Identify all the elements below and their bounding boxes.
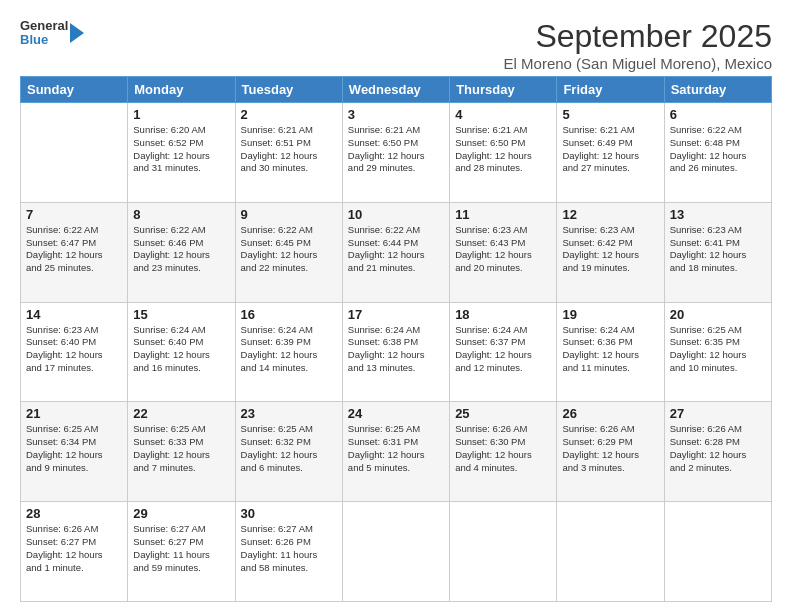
calendar-week-2: 7Sunrise: 6:22 AM Sunset: 6:47 PM Daylig… xyxy=(21,202,772,302)
day-content: Sunrise: 6:20 AM Sunset: 6:52 PM Dayligh… xyxy=(133,124,229,175)
day-content: Sunrise: 6:26 AM Sunset: 6:30 PM Dayligh… xyxy=(455,423,551,474)
day-number: 20 xyxy=(670,307,766,322)
day-number: 7 xyxy=(26,207,122,222)
day-number: 4 xyxy=(455,107,551,122)
calendar-cell xyxy=(450,502,557,602)
calendar-cell: 12Sunrise: 6:23 AM Sunset: 6:42 PM Dayli… xyxy=(557,202,664,302)
day-content: Sunrise: 6:25 AM Sunset: 6:33 PM Dayligh… xyxy=(133,423,229,474)
day-number: 8 xyxy=(133,207,229,222)
day-content: Sunrise: 6:21 AM Sunset: 6:50 PM Dayligh… xyxy=(348,124,444,175)
day-content: Sunrise: 6:22 AM Sunset: 6:45 PM Dayligh… xyxy=(241,224,337,275)
calendar-cell xyxy=(21,103,128,203)
day-content: Sunrise: 6:25 AM Sunset: 6:34 PM Dayligh… xyxy=(26,423,122,474)
header: General Blue September 2025 El Moreno (S… xyxy=(20,18,772,72)
day-number: 6 xyxy=(670,107,766,122)
day-number: 5 xyxy=(562,107,658,122)
day-content: Sunrise: 6:26 AM Sunset: 6:28 PM Dayligh… xyxy=(670,423,766,474)
calendar-cell: 6Sunrise: 6:22 AM Sunset: 6:48 PM Daylig… xyxy=(664,103,771,203)
calendar-cell: 20Sunrise: 6:25 AM Sunset: 6:35 PM Dayli… xyxy=(664,302,771,402)
day-content: Sunrise: 6:24 AM Sunset: 6:36 PM Dayligh… xyxy=(562,324,658,375)
day-number: 21 xyxy=(26,406,122,421)
calendar-body: 1Sunrise: 6:20 AM Sunset: 6:52 PM Daylig… xyxy=(21,103,772,602)
calendar-cell: 28Sunrise: 6:26 AM Sunset: 6:27 PM Dayli… xyxy=(21,502,128,602)
day-number: 3 xyxy=(348,107,444,122)
day-number: 18 xyxy=(455,307,551,322)
day-content: Sunrise: 6:21 AM Sunset: 6:50 PM Dayligh… xyxy=(455,124,551,175)
day-content: Sunrise: 6:25 AM Sunset: 6:32 PM Dayligh… xyxy=(241,423,337,474)
header-tuesday: Tuesday xyxy=(235,77,342,103)
day-number: 15 xyxy=(133,307,229,322)
day-number: 14 xyxy=(26,307,122,322)
calendar-cell: 17Sunrise: 6:24 AM Sunset: 6:38 PM Dayli… xyxy=(342,302,449,402)
day-number: 11 xyxy=(455,207,551,222)
day-content: Sunrise: 6:24 AM Sunset: 6:38 PM Dayligh… xyxy=(348,324,444,375)
day-number: 19 xyxy=(562,307,658,322)
calendar-cell: 4Sunrise: 6:21 AM Sunset: 6:50 PM Daylig… xyxy=(450,103,557,203)
calendar-cell: 2Sunrise: 6:21 AM Sunset: 6:51 PM Daylig… xyxy=(235,103,342,203)
calendar-cell: 11Sunrise: 6:23 AM Sunset: 6:43 PM Dayli… xyxy=(450,202,557,302)
calendar-cell: 30Sunrise: 6:27 AM Sunset: 6:26 PM Dayli… xyxy=(235,502,342,602)
day-number: 17 xyxy=(348,307,444,322)
calendar-cell: 10Sunrise: 6:22 AM Sunset: 6:44 PM Dayli… xyxy=(342,202,449,302)
calendar-cell: 9Sunrise: 6:22 AM Sunset: 6:45 PM Daylig… xyxy=(235,202,342,302)
page: General Blue September 2025 El Moreno (S… xyxy=(0,0,792,612)
calendar-week-5: 28Sunrise: 6:26 AM Sunset: 6:27 PM Dayli… xyxy=(21,502,772,602)
calendar-cell: 29Sunrise: 6:27 AM Sunset: 6:27 PM Dayli… xyxy=(128,502,235,602)
calendar-cell: 25Sunrise: 6:26 AM Sunset: 6:30 PM Dayli… xyxy=(450,402,557,502)
day-content: Sunrise: 6:26 AM Sunset: 6:27 PM Dayligh… xyxy=(26,523,122,574)
calendar-cell: 18Sunrise: 6:24 AM Sunset: 6:37 PM Dayli… xyxy=(450,302,557,402)
day-number: 10 xyxy=(348,207,444,222)
logo-blue-text: Blue xyxy=(20,33,68,47)
calendar-cell: 1Sunrise: 6:20 AM Sunset: 6:52 PM Daylig… xyxy=(128,103,235,203)
day-content: Sunrise: 6:23 AM Sunset: 6:43 PM Dayligh… xyxy=(455,224,551,275)
header-monday: Monday xyxy=(128,77,235,103)
calendar-cell: 7Sunrise: 6:22 AM Sunset: 6:47 PM Daylig… xyxy=(21,202,128,302)
day-number: 26 xyxy=(562,406,658,421)
day-content: Sunrise: 6:21 AM Sunset: 6:49 PM Dayligh… xyxy=(562,124,658,175)
header-sunday: Sunday xyxy=(21,77,128,103)
calendar-cell xyxy=(664,502,771,602)
logo: General Blue xyxy=(20,18,86,48)
day-content: Sunrise: 6:27 AM Sunset: 6:26 PM Dayligh… xyxy=(241,523,337,574)
calendar-week-4: 21Sunrise: 6:25 AM Sunset: 6:34 PM Dayli… xyxy=(21,402,772,502)
day-content: Sunrise: 6:22 AM Sunset: 6:47 PM Dayligh… xyxy=(26,224,122,275)
calendar-cell: 24Sunrise: 6:25 AM Sunset: 6:31 PM Dayli… xyxy=(342,402,449,502)
calendar-cell: 13Sunrise: 6:23 AM Sunset: 6:41 PM Dayli… xyxy=(664,202,771,302)
header-friday: Friday xyxy=(557,77,664,103)
day-content: Sunrise: 6:26 AM Sunset: 6:29 PM Dayligh… xyxy=(562,423,658,474)
day-content: Sunrise: 6:23 AM Sunset: 6:40 PM Dayligh… xyxy=(26,324,122,375)
day-number: 24 xyxy=(348,406,444,421)
calendar-header-row: Sunday Monday Tuesday Wednesday Thursday… xyxy=(21,77,772,103)
calendar-cell: 26Sunrise: 6:26 AM Sunset: 6:29 PM Dayli… xyxy=(557,402,664,502)
day-number: 1 xyxy=(133,107,229,122)
svg-marker-0 xyxy=(70,23,84,43)
calendar-cell: 19Sunrise: 6:24 AM Sunset: 6:36 PM Dayli… xyxy=(557,302,664,402)
day-number: 23 xyxy=(241,406,337,421)
calendar-week-3: 14Sunrise: 6:23 AM Sunset: 6:40 PM Dayli… xyxy=(21,302,772,402)
calendar-cell: 21Sunrise: 6:25 AM Sunset: 6:34 PM Dayli… xyxy=(21,402,128,502)
day-number: 2 xyxy=(241,107,337,122)
day-number: 29 xyxy=(133,506,229,521)
day-number: 30 xyxy=(241,506,337,521)
day-number: 16 xyxy=(241,307,337,322)
day-number: 27 xyxy=(670,406,766,421)
day-number: 13 xyxy=(670,207,766,222)
day-content: Sunrise: 6:23 AM Sunset: 6:41 PM Dayligh… xyxy=(670,224,766,275)
calendar-cell: 3Sunrise: 6:21 AM Sunset: 6:50 PM Daylig… xyxy=(342,103,449,203)
title-section: September 2025 El Moreno (San Miguel Mor… xyxy=(504,18,772,72)
day-content: Sunrise: 6:27 AM Sunset: 6:27 PM Dayligh… xyxy=(133,523,229,574)
calendar-cell: 14Sunrise: 6:23 AM Sunset: 6:40 PM Dayli… xyxy=(21,302,128,402)
day-content: Sunrise: 6:22 AM Sunset: 6:48 PM Dayligh… xyxy=(670,124,766,175)
day-content: Sunrise: 6:25 AM Sunset: 6:31 PM Dayligh… xyxy=(348,423,444,474)
header-saturday: Saturday xyxy=(664,77,771,103)
logo-general-text: General xyxy=(20,19,68,33)
calendar-cell: 8Sunrise: 6:22 AM Sunset: 6:46 PM Daylig… xyxy=(128,202,235,302)
header-wednesday: Wednesday xyxy=(342,77,449,103)
day-content: Sunrise: 6:21 AM Sunset: 6:51 PM Dayligh… xyxy=(241,124,337,175)
calendar-cell: 23Sunrise: 6:25 AM Sunset: 6:32 PM Dayli… xyxy=(235,402,342,502)
calendar-cell xyxy=(557,502,664,602)
subtitle: El Moreno (San Miguel Moreno), Mexico xyxy=(504,55,772,72)
day-content: Sunrise: 6:23 AM Sunset: 6:42 PM Dayligh… xyxy=(562,224,658,275)
calendar-cell: 16Sunrise: 6:24 AM Sunset: 6:39 PM Dayli… xyxy=(235,302,342,402)
day-content: Sunrise: 6:24 AM Sunset: 6:40 PM Dayligh… xyxy=(133,324,229,375)
